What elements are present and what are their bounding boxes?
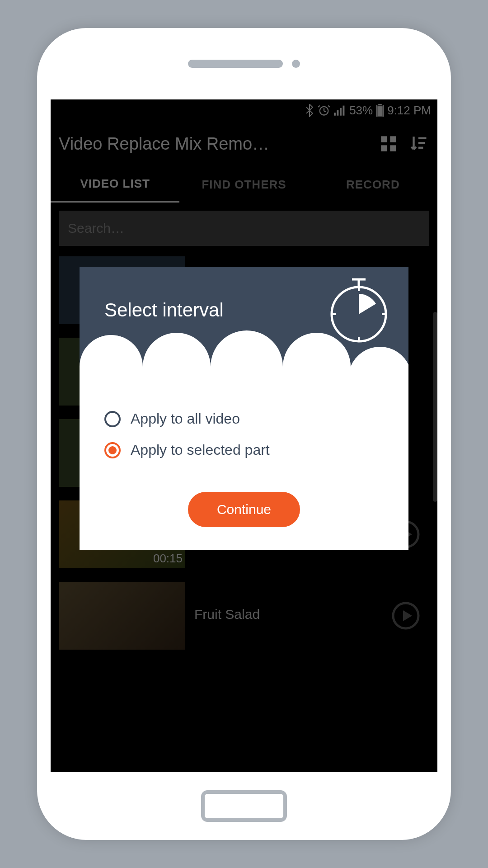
device-nav-area: [37, 772, 451, 840]
select-interval-dialog: Select interval: [80, 267, 408, 550]
continue-button[interactable]: Continue: [188, 492, 300, 527]
option-apply-all[interactable]: Apply to all video: [104, 410, 384, 427]
device-speaker: [188, 60, 283, 68]
radio-label: Apply to selected part: [131, 442, 270, 458]
option-apply-selected[interactable]: Apply to selected part: [104, 442, 384, 458]
screen: 53% 9:12 PM Video Replace Mix Remo… VIDE…: [51, 99, 437, 772]
device-frame: 53% 9:12 PM Video Replace Mix Remo… VIDE…: [37, 28, 451, 840]
radio-checked-icon: [104, 442, 121, 458]
device-front-camera: [292, 60, 300, 68]
radio-unchecked-icon: [104, 411, 121, 427]
cloud-wave-decoration: [80, 330, 408, 384]
dialog-title: Select interval: [104, 299, 224, 321]
home-button[interactable]: [201, 790, 287, 822]
radio-dot: [108, 446, 117, 454]
dialog-body: Apply to all video Apply to selected par…: [80, 384, 408, 550]
device-earpiece-area: [37, 28, 451, 99]
dialog-header: Select interval: [80, 267, 408, 384]
dialog-actions: Continue: [104, 473, 384, 527]
radio-label: Apply to all video: [131, 410, 240, 427]
